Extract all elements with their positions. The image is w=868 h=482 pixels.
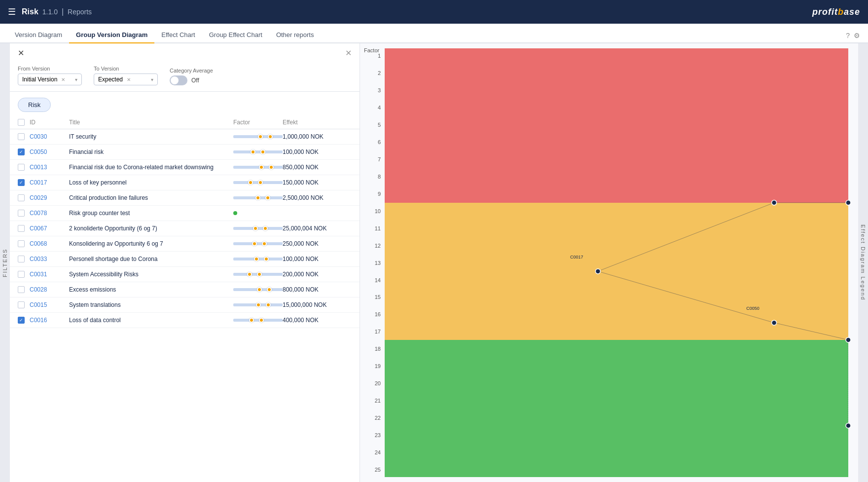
y-label-3: 3 [360, 83, 385, 98]
row-id-C0015[interactable]: C0015 [30, 301, 69, 308]
checkbox-C0033[interactable] [18, 256, 25, 262]
y-label-5: 5 [360, 117, 385, 132]
checkbox-C0028[interactable] [18, 286, 25, 293]
row-effekt-C0067: 25,000,004 NOK [283, 225, 352, 232]
row-effekt-C0031: 200,000 NOK [283, 271, 352, 278]
row-checkbox[interactable]: ✓ [18, 317, 30, 324]
row-id-C0031[interactable]: C0031 [30, 271, 69, 278]
row-checkbox[interactable] [18, 286, 30, 293]
collapse-right-icon[interactable]: ✕ [343, 46, 354, 60]
checkbox-C0029[interactable] [18, 194, 25, 201]
factor-marker-to-C0015 [266, 302, 271, 307]
table-row: C0029Critical production line failures2,… [10, 190, 360, 206]
row-checkbox[interactable]: ✓ [18, 179, 30, 186]
factor-marker-from-C0017 [248, 180, 253, 185]
top-bar: ☰ Risk 1.1.0 | Reports profitbase [0, 0, 868, 24]
checkbox-C0050[interactable]: ✓ [18, 148, 25, 155]
row-title-C0028: Excess emissions [69, 286, 233, 293]
row-id-C0017[interactable]: C0017 [30, 179, 69, 186]
row-effekt-C0033: 100,000 NOK [283, 256, 352, 262]
row-checkbox[interactable]: ✓ [18, 148, 30, 155]
tab-group-effect-chart[interactable]: Group Effect Chart [202, 27, 269, 43]
factor-bar-C0050 [233, 150, 283, 153]
header-checkbox[interactable] [18, 119, 30, 126]
row-id-C0050[interactable]: C0050 [30, 148, 69, 155]
checkbox-C0017[interactable]: ✓ [18, 179, 25, 186]
row-id-C0033[interactable]: C0033 [30, 256, 69, 262]
y-label-1: 1 [360, 48, 385, 63]
tab-group-version-diagram[interactable]: Group Version Diagram [69, 27, 154, 43]
checkbox-C0015[interactable] [18, 301, 25, 308]
settings-icon[interactable]: ⚙ [854, 32, 860, 39]
tab-version-diagram[interactable]: Version Diagram [8, 27, 69, 43]
from-version-arrow[interactable]: ▾ [75, 77, 77, 82]
y-label-22: 22 [360, 410, 385, 425]
risk-button[interactable]: Risk [18, 98, 51, 112]
row-factor-C0068 [233, 242, 283, 245]
title-separator: | [62, 7, 64, 16]
filters-sidebar[interactable]: FILTERS [0, 43, 10, 482]
chart-node-label-C0017: C0017 [570, 255, 583, 260]
row-title-C0078: Risk group counter test [69, 210, 233, 217]
checkbox-C0016[interactable]: ✓ [18, 317, 25, 324]
tab-effect-chart[interactable]: Effect Chart [154, 27, 202, 43]
chart-node-label-C0050: C0050 [746, 306, 760, 311]
row-id-C0078[interactable]: C0078 [30, 210, 69, 217]
checkbox-C0013[interactable] [18, 164, 25, 171]
category-average-label: Category Average [170, 68, 213, 74]
close-panel-icon[interactable]: ✕ [16, 46, 26, 60]
chart-overlay-svg: C0017C0050 [385, 48, 848, 477]
factor-marker-from-C0050 [251, 149, 255, 154]
row-checkbox[interactable] [18, 210, 30, 217]
factor-bar-C0068 [233, 242, 283, 245]
row-checkbox[interactable] [18, 301, 30, 308]
row-id-C0029[interactable]: C0029 [30, 194, 69, 201]
select-all-checkbox[interactable] [18, 119, 25, 126]
row-factor-C0029 [233, 196, 283, 199]
row-checkbox[interactable] [18, 194, 30, 201]
from-version-clear[interactable]: ✕ [61, 77, 65, 82]
table-row: ✓C0016Loss of data control400,000 NOK [10, 313, 360, 328]
menu-icon[interactable]: ☰ [8, 6, 16, 17]
app-version: 1.1.0 [42, 8, 58, 16]
row-effekt-C0015: 15,000,000 NOK [283, 301, 352, 308]
factor-marker-from-C0016 [249, 318, 254, 323]
row-id-C0013[interactable]: C0013 [30, 164, 69, 171]
row-id-C0067[interactable]: C0067 [30, 225, 69, 232]
factor-marker-from-C0028 [257, 287, 262, 292]
row-id-C0030[interactable]: C0030 [30, 133, 69, 140]
checkbox-C0068[interactable] [18, 240, 25, 247]
checkbox-C0031[interactable] [18, 271, 25, 278]
factor-marker-to-C0013 [269, 165, 274, 170]
tab-other-reports[interactable]: Other reports [269, 27, 321, 43]
to-version-arrow[interactable]: ▾ [151, 77, 153, 82]
row-checkbox[interactable] [18, 271, 30, 278]
green-dot-C0078 [233, 211, 237, 215]
right-legend-sidebar[interactable]: Effect Diagram Legend [858, 43, 868, 482]
factor-bar-C0031 [233, 273, 283, 276]
factor-bar-C0013 [233, 166, 283, 169]
row-checkbox[interactable] [18, 256, 30, 262]
to-version-clear[interactable]: ✕ [127, 77, 131, 82]
row-id-C0016[interactable]: C0016 [30, 317, 69, 324]
checkbox-C0030[interactable] [18, 133, 25, 140]
to-version-select[interactable]: Expected ✕ ▾ [94, 74, 158, 85]
checkbox-C0078[interactable] [18, 210, 25, 217]
chart-node-0 [595, 269, 600, 274]
row-checkbox[interactable] [18, 164, 30, 171]
factor-bar-C0030 [233, 135, 283, 138]
row-effekt-C0028: 800,000 NOK [283, 286, 352, 293]
from-version-select[interactable]: Initial Version ✕ ▾ [18, 74, 82, 85]
row-id-C0068[interactable]: C0068 [30, 240, 69, 247]
row-checkbox[interactable] [18, 240, 30, 247]
category-average-toggle[interactable] [170, 75, 187, 85]
row-id-C0028[interactable]: C0028 [30, 286, 69, 293]
help-icon[interactable]: ? [846, 32, 850, 39]
row-checkbox[interactable] [18, 225, 30, 232]
y-label-13: 13 [360, 256, 385, 270]
checkbox-C0067[interactable] [18, 225, 25, 232]
factor-marker-to-C0050 [260, 149, 265, 154]
row-checkbox[interactable] [18, 133, 30, 140]
y-label-12: 12 [360, 238, 385, 253]
y-label-11: 11 [360, 221, 385, 236]
